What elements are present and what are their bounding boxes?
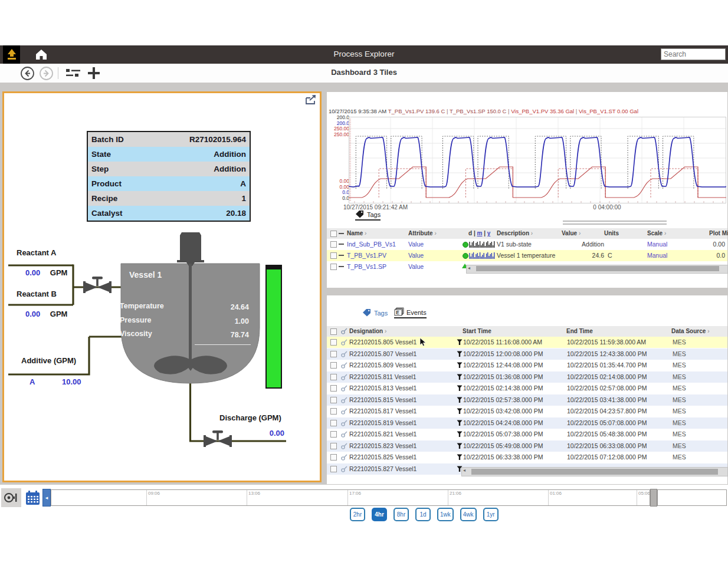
range-button-4hr[interactable]: 4hr	[372, 508, 387, 521]
tab-tags-events[interactable]: Tags	[362, 308, 388, 318]
col-value[interactable]: Value ›	[562, 230, 581, 236]
timeline-left-handle[interactable]: ◂	[42, 489, 51, 507]
events-hscrollbar[interactable]: ◂	[461, 467, 728, 476]
row-checkbox[interactable]	[330, 443, 337, 449]
cell-value: 24.6	[554, 252, 604, 259]
events-row[interactable]: R22102015.815 Vessel1 10/22/2015 02:57:3…	[327, 394, 727, 406]
filter-funnel-icon[interactable]	[457, 420, 463, 426]
row-checkbox[interactable]	[330, 454, 337, 461]
cell-end-time: 10/22/2015 11:59:38.000 AM	[567, 338, 646, 346]
col-data-source[interactable]: Data Source ›	[671, 328, 709, 334]
search-input[interactable]	[661, 48, 726, 60]
range-button-2hr[interactable]: 2hr	[350, 508, 365, 521]
col-attribute[interactable]: Attribute ›	[408, 230, 437, 236]
cell-value: Addition	[554, 241, 604, 248]
go-to-now-button[interactable]	[1, 488, 21, 507]
readout-segment: |	[574, 108, 579, 114]
timeline-right-handle[interactable]	[650, 489, 657, 507]
row-checkbox[interactable]	[330, 408, 337, 415]
filter-funnel-icon[interactable]	[457, 408, 463, 415]
row-checkbox[interactable]	[330, 241, 337, 248]
col-units[interactable]: Units	[604, 230, 619, 236]
export-tile-button[interactable]	[305, 94, 317, 107]
trend-chart[interactable]	[349, 117, 726, 206]
inlet-valve-icon[interactable]	[83, 277, 112, 293]
events-row[interactable]: R22102015.821 Vessel1 10/22/2015 05:07:3…	[327, 429, 727, 440]
timeline-bar[interactable]: 09:06 13:06 17:06 21:06 01:06 05:06	[51, 489, 650, 506]
col-start-time[interactable]: Start Time	[463, 328, 491, 334]
tags-row[interactable]: Ind_Sub_PB_Vs1ValueV1 sub-stateAdditionM…	[327, 239, 727, 250]
column-splitter[interactable]	[563, 221, 667, 225]
select-all-checkbox[interactable]	[330, 328, 337, 335]
batch-row-batch-id[interactable]: Batch ID R27102015.964	[88, 132, 250, 147]
tab-events[interactable]: E Events	[394, 307, 427, 318]
cell-end-time: 10/22/2015 05:48:38.000 PM	[567, 430, 647, 438]
row-checkbox[interactable]	[330, 351, 337, 357]
cell-data-source: MES	[673, 430, 686, 438]
tags-hscroll-thumb[interactable]	[476, 266, 719, 271]
calendar-button[interactable]	[25, 490, 41, 506]
row-checkbox[interactable]	[330, 385, 337, 392]
filter-funnel-icon[interactable]	[457, 351, 463, 357]
batch-row-catalyst[interactable]: Catalyst 20.18	[88, 206, 250, 221]
row-checkbox[interactable]	[330, 252, 337, 259]
col-name[interactable]: Name ›	[347, 230, 366, 236]
filter-funnel-icon[interactable]	[457, 362, 463, 369]
events-row[interactable]: R22102015.809 Vessel1 10/22/2015 12:44:0…	[327, 360, 727, 371]
filter-funnel-icon[interactable]	[457, 339, 463, 346]
filter-funnel-icon[interactable]	[457, 443, 463, 449]
events-hscroll-thumb[interactable]	[471, 469, 718, 475]
events-row[interactable]: R22102015.807 Vessel1 10/22/2015 12:00:0…	[327, 348, 727, 360]
range-button-4wk[interactable]: 4wk	[460, 508, 477, 521]
filter-funnel-icon[interactable]	[457, 397, 463, 403]
row-checkbox[interactable]	[330, 431, 337, 438]
cell-name: T_PB_Vs1.SP	[347, 263, 386, 270]
events-row[interactable]: R22102015.811 Vessel1 10/22/2015 01:36:0…	[327, 371, 727, 383]
scroll-left-arrow-icon[interactable]: ◂	[468, 265, 470, 271]
filter-funnel-icon[interactable]	[457, 454, 463, 461]
range-button-1d[interactable]: 1d	[415, 508, 431, 521]
row-checkbox[interactable]	[330, 374, 337, 380]
filter-funnel-icon[interactable]	[457, 431, 463, 438]
batch-row-state[interactable]: State Addition	[88, 147, 250, 162]
series-Vis_PB_V1.PV	[349, 167, 726, 198]
batch-row-recipe[interactable]: Recipe 1	[88, 191, 250, 206]
col-description[interactable]: Description ›	[497, 230, 533, 236]
batch-row-step[interactable]: Step Addition	[88, 162, 250, 176]
col-end-time[interactable]: End Time	[566, 328, 593, 334]
col-dmy[interactable]: d | m | y	[468, 230, 490, 236]
discharge-valve-icon[interactable]	[204, 430, 232, 447]
row-checkbox[interactable]	[330, 466, 337, 472]
tags-row[interactable]: T_PB_Vs1.PVValueVessel 1 temperature24.6…	[327, 250, 727, 261]
events-row[interactable]: R22102015.825 Vessel1 10/22/2015 06:33:3…	[327, 452, 727, 463]
cell-designation: R22102015.813 Vessel1	[349, 384, 417, 392]
range-button-1wk[interactable]: 1wk	[437, 508, 454, 521]
events-row[interactable]: R22102015.819 Vessel1 10/22/2015 04:24:0…	[327, 417, 727, 429]
row-checkbox[interactable]	[330, 264, 337, 270]
select-all-checkbox[interactable]	[330, 231, 337, 237]
tags-hscrollbar[interactable]: ◂	[466, 265, 728, 274]
events-row[interactable]: R22102015.805 Vessel1 10/22/2015 11:16:0…	[327, 337, 727, 348]
filter-funnel-icon[interactable]	[457, 385, 463, 392]
scroll-left-arrow-icon[interactable]: ◂	[463, 468, 465, 473]
events-row[interactable]: R22102015.813 Vessel1 10/22/2015 02:14:3…	[327, 383, 727, 394]
tab-tags-trend[interactable]: Tags	[355, 210, 381, 221]
row-checkbox[interactable]	[330, 362, 337, 369]
events-row[interactable]: R22102015.823 Vessel1 10/22/2015 05:49:0…	[327, 440, 727, 452]
cell-designation: R22102015.815 Vessel1	[349, 396, 417, 403]
row-checkbox[interactable]	[330, 420, 337, 426]
range-button-8hr[interactable]: 8hr	[393, 508, 409, 521]
pin-icon	[341, 339, 347, 346]
viscosity-underline	[195, 344, 251, 345]
col-plot-min[interactable]: Plot Mi	[709, 230, 728, 236]
events-row[interactable]: R22102015.817 Vessel1 10/22/2015 03:42:0…	[327, 406, 727, 417]
range-button-1yr[interactable]: 1yr	[483, 508, 499, 521]
sparkline	[469, 241, 496, 248]
row-checkbox[interactable]	[330, 397, 337, 403]
col-designation[interactable]: Designation ›	[349, 328, 386, 334]
filter-funnel-icon[interactable]	[457, 374, 463, 380]
row-checkbox[interactable]	[330, 339, 337, 346]
batch-value: A	[240, 179, 246, 188]
batch-row-product[interactable]: Product A	[88, 176, 250, 191]
col-scale[interactable]: Scale ›	[647, 230, 666, 236]
